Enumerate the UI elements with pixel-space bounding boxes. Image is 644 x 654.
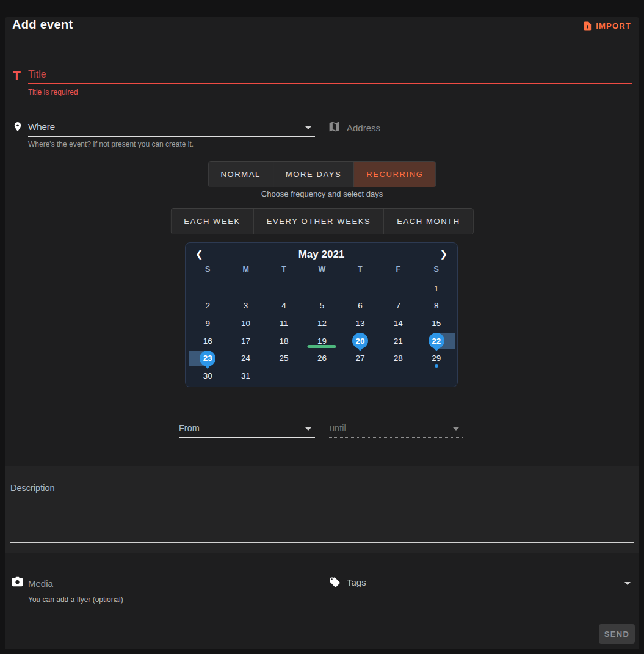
description-textarea[interactable] xyxy=(10,479,634,543)
calendar-day-number: 2 xyxy=(200,298,215,314)
calendar-empty-cell xyxy=(189,280,226,297)
import-button[interactable]: IMPORT xyxy=(581,18,632,34)
tab-more-days[interactable]: MORE DAYS xyxy=(273,162,353,187)
calendar-day[interactable]: 15 xyxy=(418,314,455,332)
tab-normal[interactable]: NORMAL xyxy=(209,162,273,187)
calendar-day-header: W xyxy=(303,265,341,274)
calendar-day-number: 18 xyxy=(276,333,292,349)
import-label: IMPORT xyxy=(596,21,631,31)
calendar-day[interactable]: 21 xyxy=(379,332,417,350)
calendar-day-number: 22 xyxy=(429,333,444,349)
calendar-day[interactable]: 8 xyxy=(418,297,455,315)
calendar-empty-cell xyxy=(379,280,417,297)
tab-recurring[interactable]: RECURRING xyxy=(353,162,435,187)
calendar-day[interactable]: 19 xyxy=(303,332,341,350)
chevron-down-icon xyxy=(305,427,311,431)
calendar-day[interactable]: 9 xyxy=(189,314,226,332)
calendar-day[interactable]: 29 xyxy=(418,349,455,367)
calendar-day[interactable]: 18 xyxy=(265,332,303,350)
calendar-empty-cell xyxy=(341,367,379,385)
calendar-day[interactable]: 20 xyxy=(341,332,379,350)
calendar-empty-cell xyxy=(265,367,303,385)
calendar-day[interactable]: 22 xyxy=(418,332,455,350)
calendar-day-header: F xyxy=(379,265,417,274)
calendar-day-number: 24 xyxy=(238,351,254,366)
chevron-down-icon xyxy=(624,582,631,585)
media-helper-text: You can add a flyer (optional) xyxy=(28,595,123,604)
calendar-day[interactable]: 12 xyxy=(303,314,341,332)
calendar-day[interactable]: 3 xyxy=(226,297,264,315)
calendar-day[interactable]: 14 xyxy=(379,314,417,332)
calendar-day[interactable]: 27 xyxy=(341,349,379,367)
calendar-day[interactable]: 7 xyxy=(379,297,417,315)
calendar-day[interactable]: 4 xyxy=(265,297,303,315)
calendar-day-number: 11 xyxy=(276,315,292,331)
calendar-day[interactable]: 16 xyxy=(189,332,226,350)
calendar-day-header: T xyxy=(341,265,379,274)
calendar-day[interactable]: 2 xyxy=(189,297,226,315)
send-button[interactable]: SEND xyxy=(599,624,635,644)
calendar-day-number: 12 xyxy=(314,315,330,331)
calendar-day-number: 27 xyxy=(352,351,368,366)
calendar-day-number: 23 xyxy=(200,351,215,366)
calendar-day-header: S xyxy=(418,265,455,274)
page-title: Add event xyxy=(12,18,73,32)
calendar-day[interactable]: 6 xyxy=(341,297,379,315)
calendar-day-number: 1 xyxy=(429,280,444,296)
calendar-day[interactable]: 31 xyxy=(226,367,264,385)
frequency-option-every-other-weeks[interactable]: EVERY OTHER WEEKS xyxy=(253,209,383,234)
address-input[interactable] xyxy=(347,120,632,136)
calendar-empty-cell xyxy=(303,280,341,297)
calendar-day[interactable]: 26 xyxy=(303,349,341,367)
calendar-day[interactable]: 30 xyxy=(189,367,226,385)
title-input[interactable] xyxy=(28,66,632,84)
calendar-day[interactable]: 28 xyxy=(379,349,417,367)
calendar-day-number: 8 xyxy=(429,298,444,314)
calendar-day[interactable]: 11 xyxy=(265,314,303,332)
event-dot-marker xyxy=(435,364,438,368)
calendar-empty-cell xyxy=(379,367,417,385)
where-select[interactable]: Where xyxy=(28,120,315,137)
calendar-day[interactable]: 1 xyxy=(418,280,455,297)
frequency-option-each-month[interactable]: EACH MONTH xyxy=(383,209,472,234)
tags-label: Tags xyxy=(347,577,366,587)
from-time-select[interactable]: From xyxy=(179,421,315,438)
calendar-day[interactable]: 24 xyxy=(226,349,264,367)
calendar-day[interactable]: 17 xyxy=(226,332,264,350)
title-error: Title is required xyxy=(28,88,78,96)
from-label: From xyxy=(179,423,200,433)
calendar-day[interactable]: 10 xyxy=(226,314,264,332)
today-underline-marker xyxy=(308,345,336,348)
calendar-day-number: 28 xyxy=(390,351,406,366)
calendar-day-header: S xyxy=(189,265,226,274)
calendar-day-number: 6 xyxy=(352,298,368,314)
calendar-day-number: 3 xyxy=(238,298,254,314)
until-time-select[interactable]: until xyxy=(328,421,463,438)
calendar-day-number: 17 xyxy=(238,333,254,349)
map-icon xyxy=(328,120,341,136)
where-helper-text: Where's the event? If not present you ca… xyxy=(28,140,194,148)
mode-tabs: NORMALMORE DAYSRECURRING xyxy=(208,161,436,187)
calendar-day-header: T xyxy=(265,265,303,274)
calendar-empty-cell xyxy=(341,280,379,297)
calendar-day-number: 31 xyxy=(238,368,254,383)
tags-icon xyxy=(328,576,341,590)
media-input[interactable] xyxy=(28,575,315,592)
calendar-empty-cell xyxy=(418,367,455,385)
frequency-options: EACH WEEKEVERY OTHER WEEKSEACH MONTH xyxy=(170,208,473,234)
where-label: Where xyxy=(28,122,55,132)
calendar-empty-cell xyxy=(226,280,264,297)
calendar-day[interactable]: 5 xyxy=(303,297,341,315)
calendar-day-header: M xyxy=(226,265,264,274)
calendar-day[interactable]: 25 xyxy=(265,349,303,367)
calendar-next-button[interactable]: ❯ xyxy=(436,247,451,261)
camera-icon xyxy=(11,576,24,590)
calendar-grid: 1234567891011121314151617181920212223242… xyxy=(189,280,455,385)
calendar-day-headers: SMTWTFS xyxy=(189,265,455,274)
frequency-option-each-week[interactable]: EACH WEEK xyxy=(171,209,253,234)
calendar-day[interactable]: 23 xyxy=(189,349,226,367)
calendar-day-number: 10 xyxy=(238,315,254,331)
calendar-day-number: 20 xyxy=(352,333,368,349)
calendar-day[interactable]: 13 xyxy=(341,314,379,332)
tags-select[interactable]: Tags xyxy=(347,575,632,592)
